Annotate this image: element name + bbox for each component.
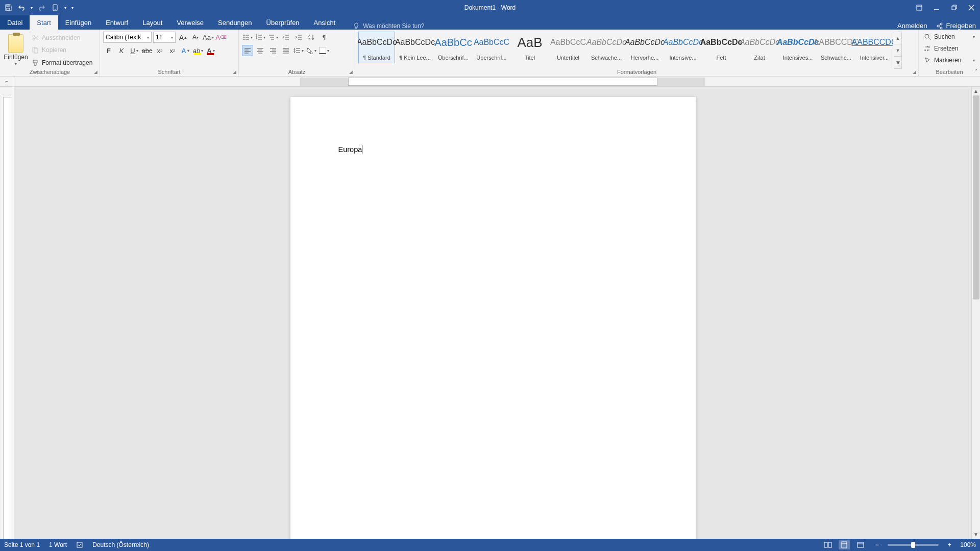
horizontal-ruler[interactable] <box>14 77 980 86</box>
vertical-ruler[interactable] <box>0 87 14 539</box>
sort-button[interactable]: AZ <box>306 32 317 43</box>
minimize-button[interactable] <box>928 0 945 15</box>
find-button[interactable]: Suchen▾ <box>922 32 977 42</box>
bold-button[interactable]: F <box>103 45 114 56</box>
save-button[interactable] <box>2 2 14 14</box>
numbering-button[interactable]: 123▾ <box>255 32 266 43</box>
align-center-button[interactable] <box>255 45 266 56</box>
font-launcher[interactable]: ◢ <box>231 69 237 75</box>
superscript-button[interactable]: x2 <box>167 45 178 56</box>
zoom-slider[interactable] <box>888 544 939 546</box>
strike-button[interactable]: abc <box>141 45 153 56</box>
document-canvas[interactable]: Europa <box>14 87 971 539</box>
zoom-out-button[interactable]: − <box>871 540 883 549</box>
undo-dropdown[interactable]: ▾ <box>29 2 35 14</box>
show-marks-button[interactable]: ¶ <box>318 32 330 43</box>
scroll-up[interactable]: ▲ <box>972 87 980 95</box>
print-layout-button[interactable] <box>839 540 850 549</box>
style-item-4[interactable]: AaBTitel <box>511 32 548 63</box>
style-item-6[interactable]: AaBbCcDcSchwache... <box>588 32 625 63</box>
redo-button[interactable] <box>36 2 48 14</box>
share-button[interactable]: Freigeben <box>936 22 976 30</box>
style-item-0[interactable]: AaBbCcDc¶ Standard <box>358 32 395 63</box>
paste-button[interactable]: Einfügen ▾ <box>3 32 29 69</box>
style-item-13[interactable]: AABBCCDCIntensiver... <box>856 32 893 63</box>
zoom-level[interactable]: 100% <box>960 541 976 548</box>
touch-dropdown[interactable]: ▾ <box>62 2 68 14</box>
undo-button[interactable] <box>15 2 28 14</box>
underline-button[interactable]: U▾ <box>129 45 140 56</box>
format-painter-button[interactable]: Format übertragen <box>32 58 92 68</box>
borders-button[interactable]: ▾ <box>318 45 330 56</box>
style-item-1[interactable]: AaBbCcDc¶ Kein Lee... <box>397 32 433 63</box>
sign-in-link[interactable]: Anmelden <box>897 22 927 30</box>
clear-format-button[interactable]: A⌫ <box>215 32 227 43</box>
increase-indent-button[interactable] <box>293 32 304 43</box>
style-item-11[interactable]: AaBbCcDcIntensives... <box>779 32 816 63</box>
tab-einfügen[interactable]: Einfügen <box>58 15 99 30</box>
text-effects-button[interactable]: A▾ <box>180 45 191 56</box>
italic-button[interactable]: K <box>116 45 127 56</box>
shrink-font-button[interactable]: A▾ <box>190 32 201 43</box>
copy-button[interactable]: Kopieren <box>32 45 92 55</box>
style-item-2[interactable]: AaBbCcÜberschrif... <box>435 32 472 63</box>
tab-entwurf[interactable]: Entwurf <box>99 15 135 30</box>
style-item-10[interactable]: AaBbCcDcZitat <box>741 32 778 63</box>
styles-scroll-up[interactable]: ▲ <box>894 32 901 44</box>
status-proofing[interactable] <box>76 541 83 548</box>
tab-selector[interactable]: ⌐ <box>0 77 14 87</box>
collapse-ribbon-button[interactable]: ˄ <box>975 68 978 75</box>
align-right-button[interactable] <box>267 45 279 56</box>
tell-me-search[interactable]: Was möchten Sie tun? <box>353 22 424 30</box>
scroll-thumb[interactable] <box>973 95 979 299</box>
restore-button[interactable] <box>945 0 963 15</box>
page[interactable]: Europa <box>290 97 696 539</box>
paragraph-launcher[interactable]: ◢ <box>348 69 354 75</box>
qat-customize[interactable]: ▾ <box>69 2 76 14</box>
zoom-slider-thumb[interactable] <box>911 542 915 548</box>
tab-layout[interactable]: Layout <box>135 15 169 30</box>
tab-sendungen[interactable]: Sendungen <box>211 15 259 30</box>
style-item-8[interactable]: AaBbCcDcIntensive... <box>665 32 701 63</box>
tab-start[interactable]: Start <box>30 15 58 30</box>
justify-button[interactable] <box>280 45 291 56</box>
font-size-combo[interactable]: 11▾ <box>153 32 176 43</box>
zoom-in-button[interactable]: + <box>944 540 955 549</box>
cut-button[interactable]: Ausschneiden <box>32 33 92 43</box>
styles-scroll-down[interactable]: ▼ <box>894 44 901 57</box>
status-wordcount[interactable]: 1 Wort <box>49 541 67 548</box>
tab-verweise[interactable]: Verweise <box>169 15 211 30</box>
close-button[interactable] <box>963 0 980 15</box>
tab-überprüfen[interactable]: Überprüfen <box>259 15 307 30</box>
style-item-7[interactable]: AaBbCcDcHervorhe... <box>626 32 663 63</box>
shading-button[interactable]: ▾ <box>306 45 317 56</box>
align-left-button[interactable] <box>242 45 253 56</box>
read-mode-button[interactable] <box>822 540 834 549</box>
grow-font-button[interactable]: A▴ <box>177 32 188 43</box>
highlight-button[interactable]: ab▾ <box>192 45 204 56</box>
decrease-indent-button[interactable] <box>280 32 291 43</box>
select-button[interactable]: Markieren▾ <box>922 55 977 65</box>
line-spacing-button[interactable]: ▾ <box>293 45 304 56</box>
replace-button[interactable]: ab Ersetzen <box>922 43 977 54</box>
touch-mode-button[interactable] <box>49 2 61 14</box>
scroll-down[interactable]: ▼ <box>972 530 980 539</box>
subscript-button[interactable]: x2 <box>154 45 165 56</box>
style-item-9[interactable]: AaBbCcDcFett <box>703 32 740 63</box>
status-page[interactable]: Seite 1 von 1 <box>4 541 40 548</box>
tab-datei[interactable]: Datei <box>0 15 30 30</box>
multilevel-button[interactable]: ▾ <box>267 32 279 43</box>
styles-launcher[interactable]: ◢ <box>911 69 917 75</box>
ribbon-display-button[interactable] <box>911 0 928 15</box>
styles-expand[interactable]: ▼̲ <box>894 57 901 68</box>
status-language[interactable]: Deutsch (Österreich) <box>92 541 149 548</box>
font-color-button[interactable]: A▾ <box>205 45 216 56</box>
change-case-button[interactable]: Aa▾ <box>203 32 214 43</box>
bullets-button[interactable]: ▾ <box>242 32 253 43</box>
tab-ansicht[interactable]: Ansicht <box>307 15 343 30</box>
style-item-5[interactable]: AaBbCcCUntertitel <box>550 32 586 63</box>
style-item-3[interactable]: AaBbCcCÜberschrif... <box>473 32 510 63</box>
web-layout-button[interactable] <box>855 540 866 549</box>
clipboard-launcher[interactable]: ◢ <box>92 69 99 75</box>
style-item-12[interactable]: AABBCCDCSchwache... <box>818 32 854 63</box>
